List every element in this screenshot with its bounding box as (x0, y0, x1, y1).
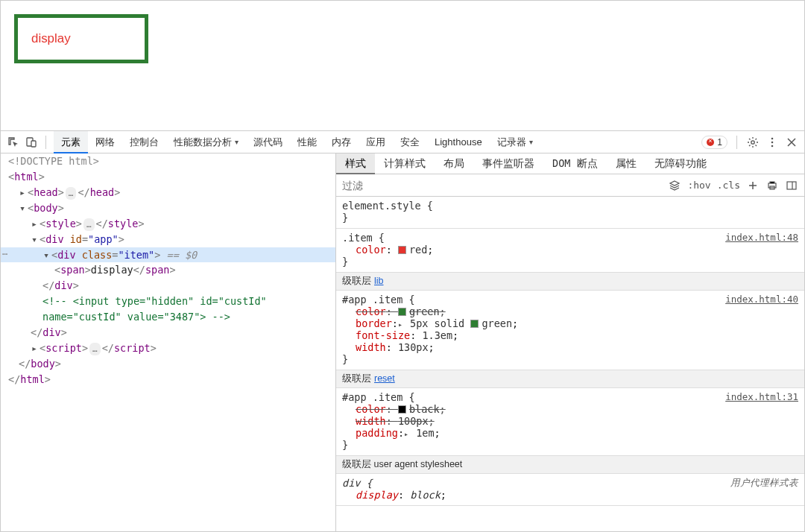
color-swatch-icon[interactable] (398, 246, 406, 254)
item-div-node-selected[interactable]: ⋯ <div class="item"> == $0 (1, 247, 335, 263)
tab-perf-insights[interactable]: 性能数据分析▾ (166, 131, 246, 153)
new-style-rule-icon[interactable] (746, 179, 760, 192)
rule-selector[interactable]: div (342, 477, 360, 489)
color-swatch-icon[interactable] (398, 405, 406, 414)
gear-icon[interactable] (746, 136, 760, 149)
rule-selector[interactable]: element.style (342, 200, 421, 212)
computed-sidebar-icon[interactable] (785, 179, 798, 192)
css-declaration[interactable]: padding:▸ 1em; (342, 427, 798, 439)
rule-source-link[interactable]: index.html:31 (725, 391, 798, 402)
tab-security-label: 安全 (400, 136, 420, 149)
comment-node-line2[interactable]: name="custId" value="3487"> --> (1, 309, 335, 325)
ellipsis-icon[interactable]: … (83, 218, 95, 231)
expand-arrow-icon[interactable] (19, 185, 26, 200)
tab-sources[interactable]: 源代码 (246, 131, 290, 153)
subtab-dom-breakpoints[interactable]: DOM 断点 (543, 153, 607, 174)
css-declaration[interactable]: width: 130px; (342, 341, 798, 353)
layers-icon[interactable] (668, 179, 681, 192)
rule-user-agent[interactable]: 用户代理样式表 div { display: block; (336, 474, 804, 506)
doctype-node[interactable]: <!DOCTYPE html> (8, 155, 99, 167)
print-media-icon[interactable] (765, 179, 779, 192)
tab-lighthouse[interactable]: Lighthouse (427, 132, 490, 152)
subtab-listeners[interactable]: 事件监听器 (473, 153, 543, 174)
rule-selector[interactable]: .item (342, 232, 373, 244)
styles-rules-list[interactable]: element.style { } index.html:48 .item { … (336, 197, 804, 531)
cascade-layer-link[interactable]: reset (374, 373, 395, 384)
svg-rect-1 (31, 141, 36, 147)
span-node[interactable]: <span>display</span> (1, 262, 335, 278)
ellipsis-icon[interactable]: … (89, 343, 101, 355)
subtab-properties[interactable]: 属性 (607, 153, 645, 174)
rule-reset[interactable]: index.html:31 #app .item { color: black;… (336, 388, 804, 456)
tab-performance[interactable]: 性能 (290, 131, 324, 153)
body-node[interactable]: <body> (1, 200, 335, 216)
tab-elements[interactable]: 元素 (54, 131, 88, 153)
elements-tree-panel[interactable]: <!DOCTYPE html> <html> <head>…</head> <b… (1, 153, 336, 531)
error-count-badge[interactable]: 1 (701, 136, 727, 149)
expand-arrow-icon[interactable] (31, 341, 38, 356)
script-node[interactable]: <script>…</script> (1, 341, 335, 356)
device-toolbar-icon[interactable] (25, 136, 38, 149)
html-close[interactable]: </html> (1, 372, 335, 387)
color-swatch-icon[interactable] (470, 320, 479, 328)
app-div-node[interactable]: <div id="app"> (1, 232, 335, 247)
error-count-text: 1 (717, 137, 722, 148)
tab-recorder-label: 记录器 (497, 136, 526, 149)
css-declaration-overridden[interactable]: color: green; (342, 305, 798, 317)
user-agent-note: 用户代理样式表 (730, 477, 798, 490)
rule-item[interactable]: index.html:48 .item { color: red; } (336, 229, 804, 273)
item-div-close[interactable]: </div> (1, 278, 335, 294)
shorthand-expand-icon[interactable]: ▸ (404, 430, 408, 438)
app-div-close[interactable]: </div> (1, 325, 335, 341)
rule-source-link[interactable]: index.html:40 (725, 294, 798, 305)
devtools-tabs: 元素 网络 控制台 性能数据分析▾ 源代码 性能 内存 应用 安全 Lighth… (54, 131, 697, 153)
tab-network[interactable]: 网络 (88, 131, 122, 153)
style-node[interactable]: <style>…</style> (1, 216, 335, 232)
subtab-layout[interactable]: 布局 (435, 153, 473, 174)
comment-node-line1[interactable]: <!-- <input type="hidden" id="custId" (1, 294, 335, 309)
rule-lib[interactable]: index.html:40 #app .item { color: green;… (336, 291, 804, 370)
rule-source-link[interactable]: index.html:48 (725, 232, 798, 243)
kebab-menu-icon[interactable] (765, 136, 779, 149)
row-actions-icon[interactable]: ⋯ (2, 247, 7, 262)
tab-memory[interactable]: 内存 (324, 131, 359, 153)
css-declaration[interactable]: color: red; (342, 244, 798, 256)
tab-console[interactable]: 控制台 (122, 131, 166, 153)
toolbar-separator (45, 136, 46, 149)
hov-toggle[interactable]: :hov (687, 180, 710, 191)
tab-lighthouse-label: Lighthouse (435, 136, 482, 148)
css-declaration[interactable]: display: block; (342, 489, 798, 501)
cls-toggle[interactable]: .cls (717, 180, 740, 191)
collapse-arrow-icon[interactable] (31, 232, 38, 247)
subtab-styles[interactable]: 样式 (336, 153, 375, 174)
subtab-computed[interactable]: 计算样式 (375, 153, 435, 174)
tab-security[interactable]: 安全 (393, 131, 427, 153)
collapse-arrow-icon[interactable] (42, 247, 50, 263)
ellipsis-icon[interactable]: … (66, 187, 77, 200)
rule-selector[interactable]: #app .item (342, 294, 402, 305)
tab-application[interactable]: 应用 (359, 131, 393, 153)
color-swatch-icon[interactable] (398, 308, 406, 316)
shorthand-expand-icon[interactable]: ▸ (398, 320, 402, 329)
collapse-arrow-icon[interactable] (19, 200, 26, 216)
rule-element-style[interactable]: element.style { } (336, 197, 804, 229)
body-close[interactable]: </body> (1, 356, 335, 372)
css-declaration-overridden[interactable]: width: 100px; (342, 415, 798, 427)
rule-selector[interactable]: #app .item (342, 391, 402, 403)
toolbar-separator (736, 136, 737, 149)
devtools-toolbar-right: 1 (701, 136, 798, 149)
close-icon[interactable] (785, 136, 798, 149)
styles-filter-input[interactable] (336, 177, 662, 194)
subtab-accessibility[interactable]: 无障碍功能 (645, 153, 716, 174)
html-open-tag[interactable]: html (14, 171, 39, 183)
devtools-panel: 元素 网络 控制台 性能数据分析▾ 源代码 性能 内存 应用 安全 Lighth… (1, 130, 804, 531)
head-node[interactable]: <head>…</head> (1, 185, 335, 200)
expand-arrow-icon[interactable] (31, 216, 38, 232)
tab-console-label: 控制台 (130, 136, 159, 149)
css-declaration[interactable]: font-size: 1.3em; (342, 329, 798, 341)
css-declaration-overridden[interactable]: color: black; (342, 403, 798, 415)
tab-recorder[interactable]: 记录器▾ (490, 131, 540, 153)
inspect-element-icon[interactable] (7, 136, 20, 149)
css-declaration[interactable]: border:▸ 5px solid green; (342, 317, 798, 329)
cascade-layer-link[interactable]: lib (374, 276, 384, 286)
